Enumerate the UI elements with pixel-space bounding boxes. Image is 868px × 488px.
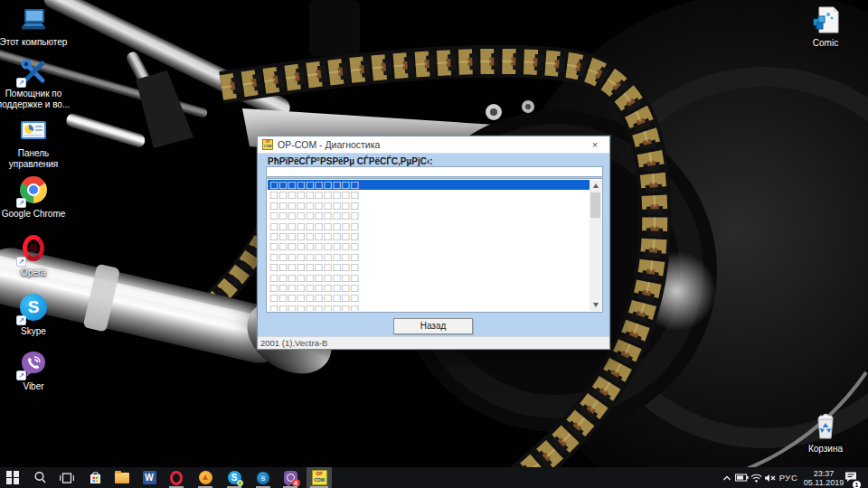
- action-center-button[interactable]: 1: [843, 467, 859, 488]
- shortcut-arrow-icon: [16, 257, 26, 267]
- shortcut-arrow-icon: [16, 198, 26, 208]
- microsoft-store-button[interactable]: [84, 467, 106, 488]
- tray-show-hidden-icons[interactable]: [722, 467, 732, 488]
- tray-network[interactable]: [750, 467, 762, 488]
- taskbar: W S s 4 OPCOM РУС 23:37 05.11.2019: [0, 467, 868, 488]
- wifi-icon: [750, 474, 762, 483]
- store-icon: [89, 471, 102, 484]
- window-title: OP-COM - Диагностика: [278, 139, 585, 150]
- orange-app-taskbar-button[interactable]: [194, 467, 216, 488]
- task-view-icon: [60, 472, 74, 484]
- opera-icon: [170, 471, 183, 485]
- support-tools-icon: [18, 56, 49, 87]
- opera-icon: [18, 235, 49, 266]
- desktop-icon-control-panel[interactable]: Панель управления: [0, 116, 71, 169]
- battery-icon: [735, 474, 749, 482]
- icon-label: Корзина: [798, 444, 853, 455]
- scroll-down-icon[interactable]: [590, 299, 601, 311]
- desktop-icon-opera[interactable]: Opera: [0, 233, 71, 278]
- tray-battery[interactable]: [734, 467, 749, 488]
- opcom-taskbar-button[interactable]: OPCOM: [307, 467, 332, 488]
- opcom-dialog-window: OPCOM OP-COM - Диагностика × РћРїРёСЃР°Р…: [257, 136, 610, 350]
- skype-secondary-icon: s: [257, 472, 269, 484]
- icon-label: Viber: [0, 381, 71, 392]
- back-button[interactable]: Назад: [393, 318, 473, 334]
- listbox-rows: □□□□□□□□□□□□□□□□□□□□□□□□□□□□□□□□□□□□□□□□…: [268, 180, 590, 311]
- orange-triangle-app-icon: [199, 471, 212, 484]
- icon-label: Opera: [0, 267, 71, 278]
- word-icon: W: [143, 471, 156, 484]
- file-explorer-button[interactable]: [111, 467, 133, 488]
- this-pc-icon: [18, 5, 49, 35]
- windows-logo-icon: [6, 471, 19, 483]
- clock-time: 23:37: [804, 469, 844, 478]
- title-bar[interactable]: OPCOM OP-COM - Диагностика ×: [258, 136, 609, 154]
- system-filter-input[interactable]: [266, 166, 603, 177]
- list-row-11[interactable]: □□□□□□□□□□: [268, 293, 590, 303]
- speaker-muted-icon: [764, 474, 776, 483]
- desktop-icon-viber[interactable]: Viber: [0, 349, 71, 392]
- control-panel-icon: [18, 116, 49, 146]
- viber-notification-badge: 4: [292, 479, 300, 487]
- skype-icon: S: [228, 471, 241, 484]
- desktop-icon-google-chrome[interactable]: Google Chrome: [0, 174, 71, 220]
- scrollbar-thumb[interactable]: [590, 192, 600, 218]
- list-row-8[interactable]: □□□□□□□□□□: [268, 262, 590, 272]
- viber-taskbar-button[interactable]: 4: [279, 467, 301, 488]
- chevron-up-icon: [722, 474, 731, 482]
- word-button[interactable]: W: [138, 467, 160, 488]
- icon-label: Google Chrome: [0, 209, 71, 220]
- online-status-dot: [237, 480, 243, 486]
- shortcut-arrow-icon: [16, 315, 26, 325]
- folder-icon: [115, 473, 129, 483]
- skype-taskbar-button[interactable]: S: [223, 467, 245, 488]
- icon-label: Панель управления: [0, 148, 71, 169]
- shortcut-arrow-icon: [16, 371, 26, 380]
- chrome-icon: [18, 176, 49, 207]
- opera-taskbar-button[interactable]: [165, 467, 187, 488]
- tray-clock[interactable]: 23:37 05.11.2019: [799, 467, 848, 488]
- close-icon[interactable]: ×: [585, 139, 605, 150]
- scroll-up-icon[interactable]: [590, 180, 601, 192]
- opcom-app-icon: OPCOM: [262, 139, 273, 150]
- system-listbox[interactable]: □□□□□□□□□□□□□□□□□□□□□□□□□□□□□□□□□□□□□□□□…: [266, 178, 603, 313]
- viber-icon: [18, 349, 49, 380]
- desktop-icon-support-assistant[interactable]: Помощник по поддержке и во...: [0, 56, 71, 109]
- desktop-icon-recycle-bin[interactable]: Корзина: [798, 411, 853, 455]
- notification-count-badge: 1: [853, 481, 861, 488]
- icon-label: Comic: [798, 38, 853, 49]
- shortcut-arrow-icon: [16, 78, 26, 88]
- vertical-scrollbar[interactable]: [590, 180, 601, 311]
- start-button[interactable]: [2, 467, 24, 488]
- clock-date: 05.11.2019: [804, 478, 844, 487]
- icon-label: Этот компьютер: [0, 37, 71, 48]
- system-description-label: РћРїРёСЃР°РЅРёРµ СЃРёСЃС‚РµРјС‹:: [268, 156, 433, 166]
- opcom-icon: OPCOM: [312, 470, 327, 485]
- list-row-3[interactable]: □□□□□□□□□□: [268, 211, 590, 221]
- task-view-button[interactable]: [56, 467, 78, 488]
- skype-secondary-taskbar-button[interactable]: s: [252, 467, 274, 488]
- list-row-12[interactable]: □□□□□□□□□□: [268, 304, 590, 311]
- registry-file-icon: [810, 5, 841, 36]
- desktop-icon-comic[interactable]: Comic: [798, 5, 853, 49]
- recycle-bin-icon: [810, 411, 841, 442]
- skype-icon: S: [18, 294, 49, 324]
- status-bar: 2001 (1),Vectra-B: [258, 336, 609, 349]
- desktop-icon-skype[interactable]: S Skype: [0, 292, 71, 337]
- viber-icon: 4: [284, 471, 297, 484]
- desktop-icon-this-pc[interactable]: Этот компьютер: [0, 5, 71, 48]
- taskbar-search-button[interactable]: [29, 467, 51, 488]
- tray-volume[interactable]: [763, 467, 776, 488]
- tray-language-indicator[interactable]: РУС: [776, 467, 801, 488]
- icon-label: Skype: [0, 326, 71, 337]
- search-icon: [33, 471, 47, 484]
- icon-label: Помощник по поддержке и во...: [0, 89, 71, 109]
